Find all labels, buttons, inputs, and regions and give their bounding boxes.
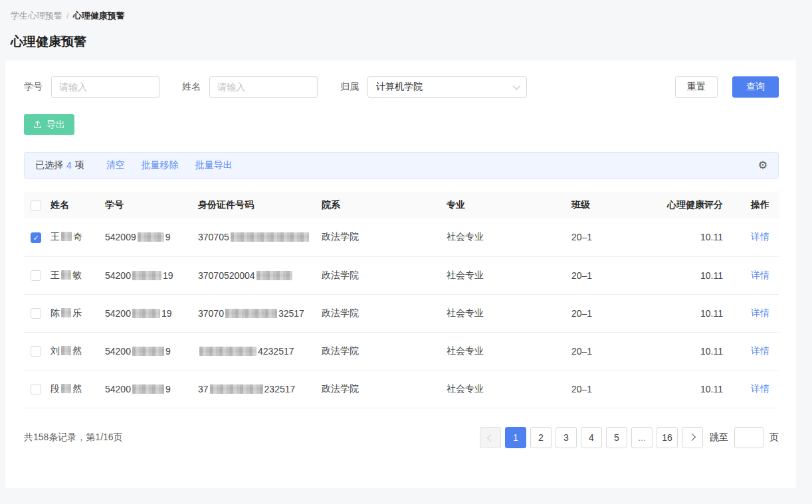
select-all-checkbox[interactable] bbox=[31, 201, 41, 211]
row-checkbox[interactable] bbox=[31, 232, 41, 243]
column-header-score: 心理健康评分 bbox=[651, 192, 730, 218]
filter-form: 学号 姓名 归属 计算机学院 重置 查询 bbox=[24, 76, 779, 98]
chevron-down-icon bbox=[513, 82, 520, 90]
gear-icon[interactable]: ⚙ bbox=[758, 160, 767, 171]
redaction-block bbox=[61, 346, 71, 355]
cell-name: 王敏 bbox=[51, 256, 105, 294]
selected-suffix: 项 bbox=[75, 159, 84, 171]
cell-dept: 政法学院 bbox=[322, 218, 447, 256]
breadcrumb-parent[interactable]: 学生心理预警 bbox=[11, 11, 62, 21]
cell-student-id: 5420099 bbox=[105, 218, 198, 256]
cell-id-number: 37232517 bbox=[198, 370, 322, 408]
table-row: 王奇 5420099 370705 政法学院 社会专业 20–1 10.11 详… bbox=[24, 218, 779, 256]
chevron-left-icon bbox=[487, 434, 494, 442]
detail-link[interactable]: 详情 bbox=[751, 307, 769, 318]
page-ellipsis[interactable]: ... bbox=[631, 427, 653, 448]
selected-count: 4 bbox=[66, 160, 72, 171]
belong-label: 归属 bbox=[340, 81, 359, 93]
jump-page-input[interactable] bbox=[734, 427, 763, 448]
page-button-16[interactable]: 16 bbox=[657, 427, 678, 448]
row-checkbox[interactable] bbox=[31, 270, 41, 281]
table-row: 陈乐 5420019 3707032517 政法学院 社会专业 20–1 10.… bbox=[24, 294, 779, 332]
prev-page-button[interactable] bbox=[480, 427, 501, 448]
belong-select[interactable]: 计算机学院 bbox=[367, 76, 527, 98]
cell-student-id: 542009 bbox=[105, 370, 198, 408]
page-title: 心理健康预警 bbox=[11, 33, 801, 50]
name-label: 姓名 bbox=[182, 81, 201, 93]
cell-student-id: 5420019 bbox=[105, 256, 198, 294]
batch-export-link[interactable]: 批量导出 bbox=[195, 159, 233, 171]
cell-score: 10.11 bbox=[651, 332, 730, 370]
cell-id-number: 37070520004 bbox=[198, 256, 322, 294]
cell-class: 20–1 bbox=[571, 256, 651, 294]
detail-link[interactable]: 详情 bbox=[751, 345, 769, 356]
redaction-block bbox=[61, 270, 71, 280]
cell-score: 10.11 bbox=[651, 218, 730, 256]
chevron-right-icon bbox=[688, 433, 696, 440]
next-page-button[interactable] bbox=[682, 427, 703, 448]
pagination: 共158条记录，第1/16页 1 2 3 4 5 ... 16 跳至 页 bbox=[24, 427, 779, 448]
export-button-label: 导出 bbox=[47, 119, 65, 131]
page-header: 学生心理预警/心理健康预警 心理健康预警 bbox=[0, 0, 812, 50]
redaction-block bbox=[138, 232, 164, 242]
row-checkbox[interactable] bbox=[31, 308, 41, 319]
filter-belong: 归属 计算机学院 bbox=[340, 76, 527, 98]
breadcrumb-separator: / bbox=[66, 11, 69, 21]
batch-remove-link[interactable]: 批量移除 bbox=[142, 159, 179, 171]
cell-score: 10.11 bbox=[651, 294, 730, 332]
redaction-block bbox=[225, 309, 277, 318]
redaction-block bbox=[132, 384, 164, 394]
export-button[interactable]: 导出 bbox=[24, 114, 74, 135]
selection-bar: 已选择 4 项 清空 批量移除 批量导出 ⚙ bbox=[24, 152, 779, 179]
cell-id-number: 3707032517 bbox=[198, 294, 322, 332]
redaction-block bbox=[61, 384, 71, 393]
table-row: 段然 542009 37232517 政法学院 社会专业 20–1 10.11 … bbox=[24, 370, 779, 408]
content-card: 学号 姓名 归属 计算机学院 重置 查询 导出 已选择 4 项 清空 批 bbox=[5, 60, 796, 488]
reset-button[interactable]: 重置 bbox=[675, 76, 718, 98]
column-header-student-id: 学号 bbox=[105, 192, 198, 218]
table-row: 刘然 542009 4232517 政法学院 社会专业 20–1 10.11 详… bbox=[24, 332, 779, 370]
column-header-class: 班级 bbox=[571, 192, 651, 218]
page-button-4[interactable]: 4 bbox=[581, 427, 602, 448]
redaction-block bbox=[132, 309, 160, 318]
column-header-dept: 院系 bbox=[322, 192, 447, 218]
redaction-block bbox=[199, 347, 256, 356]
jump-page-unit: 页 bbox=[769, 432, 779, 444]
student-id-input[interactable] bbox=[51, 76, 159, 98]
page-button-3[interactable]: 3 bbox=[556, 427, 577, 448]
cell-dept: 政法学院 bbox=[322, 294, 447, 332]
cell-name: 陈乐 bbox=[51, 294, 105, 332]
page-button-5[interactable]: 5 bbox=[606, 427, 627, 448]
jump-to-label: 跳至 bbox=[710, 432, 728, 444]
cell-name: 王奇 bbox=[51, 218, 105, 256]
student-id-label: 学号 bbox=[24, 81, 43, 93]
redaction-block bbox=[132, 271, 161, 280]
redaction-block bbox=[210, 384, 263, 394]
detail-link[interactable]: 详情 bbox=[751, 270, 769, 280]
row-checkbox[interactable] bbox=[31, 346, 41, 357]
redaction-block bbox=[132, 347, 164, 356]
cell-score: 10.11 bbox=[651, 256, 730, 294]
cell-class: 20–1 bbox=[571, 332, 651, 370]
clear-selection-link[interactable]: 清空 bbox=[106, 159, 125, 171]
cell-dept: 政法学院 bbox=[322, 370, 447, 408]
name-input[interactable] bbox=[209, 76, 318, 98]
page-button-2[interactable]: 2 bbox=[530, 427, 552, 448]
row-checkbox[interactable] bbox=[31, 384, 41, 394]
cell-id-number: 370705 bbox=[198, 218, 322, 256]
belong-select-value: 计算机学院 bbox=[376, 81, 513, 93]
detail-link[interactable]: 详情 bbox=[751, 231, 769, 242]
cell-score: 10.11 bbox=[651, 370, 730, 408]
cell-major: 社会专业 bbox=[447, 370, 571, 408]
cell-major: 社会专业 bbox=[447, 332, 571, 370]
redaction-block bbox=[61, 232, 72, 241]
detail-link[interactable]: 详情 bbox=[751, 383, 769, 394]
breadcrumb: 学生心理预警/心理健康预警 bbox=[11, 10, 801, 22]
search-button[interactable]: 查询 bbox=[732, 76, 779, 98]
page-button-1[interactable]: 1 bbox=[505, 427, 526, 448]
cell-name: 刘然 bbox=[51, 332, 105, 370]
redaction-block bbox=[61, 308, 71, 317]
results-table: 姓名 学号 身份证件号码 院系 专业 班级 心理健康评分 操作 王奇 54200… bbox=[24, 192, 779, 408]
column-header-name: 姓名 bbox=[51, 192, 105, 218]
record-summary: 共158条记录，第1/16页 bbox=[24, 432, 123, 444]
